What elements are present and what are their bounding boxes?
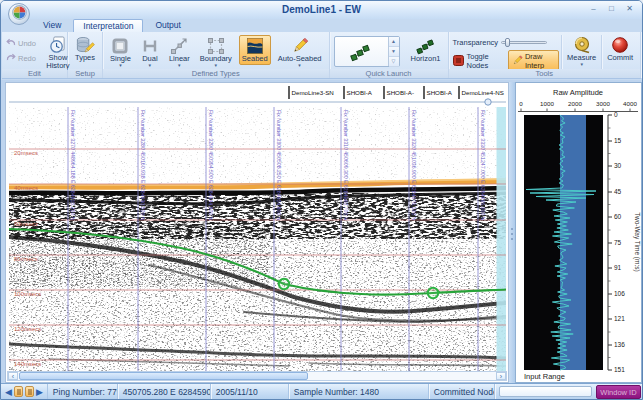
spinner-up-icon[interactable]: ▲ — [389, 37, 399, 47]
horizon-list[interactable]: ▲▼▽ — [334, 36, 400, 67]
transparency-label: Transparency — [453, 38, 499, 47]
measure-button[interactable]: Measure ▾ — [564, 34, 599, 69]
ribbon-button-single[interactable]: Single▾ — [107, 35, 134, 70]
amplitude-x-tick-label: 1000 — [540, 100, 554, 107]
tab-view[interactable]: View — [34, 19, 70, 32]
pencil-icon — [512, 55, 523, 68]
restore-button[interactable]: □ — [604, 3, 619, 15]
window-id-button[interactable]: Window ID — [596, 385, 641, 399]
ribbon-button-seabed[interactable]: Seabed — [239, 35, 271, 65]
pencil-icon — [291, 37, 309, 55]
input-range-band[interactable] — [560, 115, 586, 370]
linear-icon — [170, 37, 188, 55]
amplitude-title: Raw Amplitude — [553, 88, 603, 97]
amplitude-x-tick-label: 0 — [519, 100, 523, 107]
time-tick-label: 30 — [614, 162, 622, 169]
commit-sphere-icon — [611, 36, 629, 54]
crossing-lines-strip: DemoLine3-SNSHOBI-ASHOBI-A-SHOBI-ADemoLi… — [9, 84, 506, 106]
time-tick-label: 0 — [614, 111, 618, 118]
dropdown-caret-icon: ▾ — [119, 63, 122, 68]
ribbon-button-boundary[interactable]: Boundary▾ — [197, 35, 235, 70]
close-button[interactable]: ✕ — [622, 3, 637, 15]
spinner-down-icon[interactable]: ▼ — [389, 47, 399, 57]
horizon-node[interactable] — [279, 279, 289, 289]
redo-button[interactable]: Redo — [6, 53, 36, 64]
fix-line-label: Fix Number 3320 451036.900 E 6284976.100… — [411, 110, 417, 221]
types-database-icon — [75, 36, 95, 54]
ribbon-button-linear[interactable]: Linear▾ — [166, 35, 193, 70]
amplitude-x-tick-label: 4000 — [623, 100, 637, 107]
app-logo-icon — [12, 5, 27, 24]
time-gridline-label: 120msecs — [14, 326, 41, 332]
time-gridline-label: 140msecs — [14, 361, 41, 367]
next-ping-icon[interactable]: ▶ — [36, 385, 43, 399]
status-committed-nodes: Committed Nodes. — [429, 384, 495, 399]
ping-nav-cluster: ◀ ▶ — [1, 384, 48, 399]
tab-bar: ViewInterpretationOutput — [34, 19, 190, 32]
time-gridline-label: 40msecs — [14, 185, 38, 191]
tab-output[interactable]: Output — [146, 19, 190, 32]
time-gridline-label: 20msecs — [14, 150, 38, 156]
scroll-left-icon[interactable]: ‹ — [8, 372, 18, 380]
fix-line-label: Fix Number 3270 448964.188 E 6284915.250… — [70, 110, 76, 221]
spinner-more-icon[interactable]: ▽ — [389, 57, 399, 67]
app-window: DemoLine1 - EW – □ ✕ ViewInterpretationO… — [0, 0, 643, 400]
raw-amplitude-panel: Raw Amplitude 01000200030004000 01530456… — [515, 82, 642, 383]
horizon-spinner[interactable]: ▲▼▽ — [388, 37, 399, 66]
horizontal-scrollbar[interactable]: ‹ › — [7, 371, 507, 381]
undo-button[interactable]: Undo — [6, 38, 36, 49]
crossing-label: DemoLine3-SN — [292, 89, 334, 96]
seismic-canvas[interactable]: 20msecs40msecs60msecs80msecs100msecs120m… — [9, 107, 506, 372]
crossing-label: SHOBI-A- — [387, 89, 415, 96]
ribbon-button-auto-seabed[interactable]: Auto-Seabed▾ — [275, 35, 325, 70]
seismic-view: DemoLine3-SNSHOBI-ASHOBI-A-SHOBI-ADemoLi… — [5, 82, 509, 383]
fix-line-label: Fix Number 3280 450160.938 E 6284930.500… — [140, 110, 146, 221]
group-label-setup: Setup — [68, 69, 102, 78]
window-title: DemoLine1 - EW — [1, 4, 642, 15]
types-button[interactable]: Types — [72, 34, 98, 64]
transparency-slider-thumb[interactable] — [505, 38, 510, 47]
commit-button[interactable]: Commit — [604, 34, 636, 64]
dropdown-caret-icon: ▾ — [580, 62, 583, 67]
horizon-node[interactable] — [428, 288, 438, 298]
undo-icon — [6, 38, 16, 49]
boundary-icon — [207, 37, 225, 55]
stop-playback-icon[interactable] — [25, 386, 34, 397]
app-menu-button[interactable] — [8, 3, 30, 25]
fix-line-label: Fix Number 3330 451247.000 E 6284995.000… — [480, 110, 486, 221]
single-icon — [111, 37, 129, 55]
tab-interpretation[interactable]: Interpretation — [73, 19, 143, 32]
fix-line-label: Fix Number 3310 450609.300 E 6284960.700… — [343, 110, 349, 221]
ribbon-group-edit: Undo Redo Show History Edit — [2, 32, 68, 78]
scrollbar-track[interactable] — [308, 372, 496, 380]
horizon1-button[interactable]: Horizon1 — [408, 35, 444, 65]
group-label-edit: Edit — [2, 69, 67, 78]
ribbon-group-setup: Types Setup — [68, 32, 103, 78]
minimize-button[interactable]: – — [586, 3, 601, 15]
toggle-nodes-button[interactable]: Toggle Nodes — [467, 52, 505, 70]
position-slider-thumb[interactable] — [485, 99, 491, 105]
measure-tape-icon — [572, 36, 592, 54]
transparency-slider[interactable] — [501, 41, 547, 44]
fix-line-label: Fix Number 3300 450508.250 E 6284954.800… — [276, 110, 282, 221]
group-label-quick-launch: Quick Launch — [330, 69, 448, 78]
dropdown-caret-icon: ▾ — [178, 63, 181, 68]
amplitude-x-tick-label: 3000 — [596, 100, 610, 107]
amplitude-x-tick-label: 2000 — [568, 100, 582, 107]
scroll-right-icon[interactable]: › — [496, 372, 506, 380]
ribbon: Undo Redo Show History Edit Types — [2, 32, 641, 79]
status-ping-number: Ping Number: 77934 — [48, 384, 118, 399]
scrollbar-thumb[interactable] — [19, 372, 308, 380]
prev-ping-icon[interactable]: ◀ — [5, 385, 12, 399]
seismic-noise-texture — [9, 107, 506, 372]
group-label-tools: Tools — [449, 69, 640, 78]
dropdown-caret-icon: ▾ — [298, 63, 301, 68]
pause-playback-icon[interactable] — [14, 386, 23, 397]
ribbon-button-dual[interactable]: Dual▾ — [138, 35, 162, 70]
fix-line-label: Fix Number 3290 450394.500 E 6284944.800… — [208, 110, 214, 221]
input-range-label: Input Range — [524, 372, 565, 381]
horizon1-chain-icon — [415, 37, 437, 55]
time-gridline-label: 80msecs — [14, 256, 38, 262]
time-tick-label: 45 — [614, 188, 622, 195]
time-tick-label: 151 — [614, 366, 625, 373]
